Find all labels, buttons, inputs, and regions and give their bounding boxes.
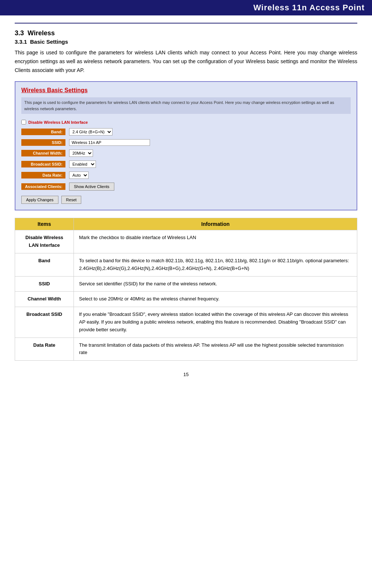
- table-header-information: Information: [74, 218, 357, 230]
- table-item-cell: Band: [15, 253, 74, 276]
- reset-button[interactable]: Reset: [61, 196, 82, 204]
- subsection-heading: 3.3.1 Basic Settings: [15, 39, 357, 45]
- table-row: Disable Wireless LAN InterfaceMark the c…: [15, 230, 357, 253]
- section-heading: 3.3 Wireless: [15, 29, 357, 37]
- ssid-label: SSID:: [21, 139, 65, 146]
- page-number: 15: [15, 368, 357, 385]
- table-header-items: Items: [15, 218, 74, 230]
- table-info-cell: If you enable "Broadcast SSID", every wi…: [74, 307, 357, 338]
- data-rate-row: Data Rate: Auto: [21, 172, 351, 179]
- table-info-cell: Service set identifier (SSID) for the na…: [74, 276, 357, 292]
- table-item-cell: Broadcast SSID: [15, 307, 74, 338]
- ssid-row: SSID:: [21, 139, 351, 146]
- header-title: Wireless 11n Access Point: [253, 3, 365, 12]
- associated-clients-row: Associated Clients: Show Active Clients: [21, 183, 351, 191]
- table-info-cell: Select to use 20MHz or 40MHz as the wire…: [74, 292, 357, 307]
- show-active-clients-button[interactable]: Show Active Clients: [69, 183, 114, 191]
- data-rate-label: Data Rate:: [21, 172, 65, 178]
- table-info-cell: Mark the checkbox to disable interface o…: [74, 230, 357, 253]
- disable-lan-row: Disable Wireless LAN Interface: [21, 120, 351, 125]
- table-row: SSIDService set identifier (SSID) for th…: [15, 276, 357, 292]
- table-info-cell: The transmit limitation of data packets …: [74, 338, 357, 361]
- channel-width-row: Channel Width: 20MHz 40MHz: [21, 149, 351, 157]
- table-info-cell: To select a band for this device to matc…: [74, 253, 357, 276]
- table-item-cell: SSID: [15, 276, 74, 292]
- page-header: Wireless 11n Access Point: [0, 0, 372, 15]
- disable-wireless-checkbox[interactable]: [21, 120, 26, 125]
- channel-width-select[interactable]: 20MHz 40MHz: [69, 149, 93, 157]
- intro-text: This page is used to configure the param…: [15, 48, 357, 75]
- band-row: Band: 2.4 GHz (B+G+N) 2.4GHz(B) 2.4GHz(G…: [21, 128, 351, 136]
- info-table: Items Information Disable Wireless LAN I…: [15, 218, 357, 361]
- table-row: Broadcast SSIDIf you enable "Broadcast S…: [15, 307, 357, 338]
- broadcast-ssid-label: Broadcast SSID:: [21, 161, 65, 167]
- associated-clients-label: Associated Clients:: [21, 183, 65, 190]
- panel-title: Wireless Basic Settings: [21, 87, 351, 94]
- channel-width-label: Channel Width:: [21, 150, 65, 156]
- form-buttons: Apply Changes Reset: [21, 196, 351, 204]
- table-item-cell: Disable Wireless LAN Interface: [15, 230, 74, 253]
- band-select[interactable]: 2.4 GHz (B+G+N) 2.4GHz(B) 2.4GHz(G) 2.4G…: [69, 128, 112, 136]
- band-label: Band:: [21, 129, 65, 135]
- disable-wireless-label: Disable Wireless LAN Interface: [28, 120, 88, 125]
- panel-description: This page is used to configure the param…: [21, 97, 351, 114]
- apply-changes-button[interactable]: Apply Changes: [21, 196, 58, 204]
- ssid-input[interactable]: [69, 139, 150, 146]
- table-row: Channel WidthSelect to use 20MHz or 40MH…: [15, 292, 357, 307]
- table-row: BandTo select a band for this device to …: [15, 253, 357, 276]
- table-row: Data RateThe transmit limitation of data…: [15, 338, 357, 361]
- divider: [15, 23, 357, 24]
- table-item-cell: Data Rate: [15, 338, 74, 361]
- broadcast-ssid-row: Broadcast SSID: Enabled Disabled: [21, 160, 351, 168]
- table-item-cell: Channel Width: [15, 292, 74, 307]
- settings-panel: Wireless Basic Settings This page is use…: [15, 81, 357, 210]
- broadcast-ssid-select[interactable]: Enabled Disabled: [69, 160, 96, 168]
- data-rate-select[interactable]: Auto: [69, 172, 89, 179]
